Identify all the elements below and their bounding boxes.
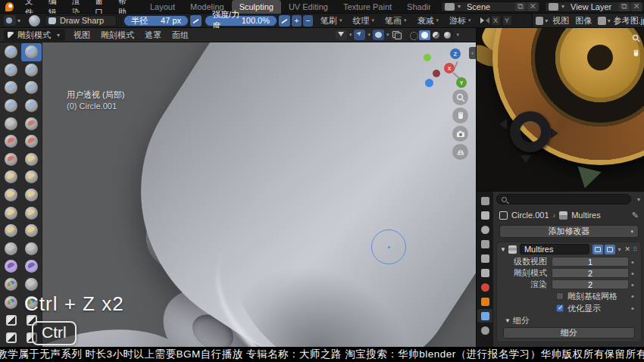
transform-gizmo-toggle[interactable] — [354, 30, 365, 40]
image-name[interactable]: 参考图.jpg — [612, 15, 644, 27]
properties-tab-world[interactable] — [477, 280, 492, 294]
viewport-menu-视图[interactable]: 视图 — [68, 30, 95, 41]
popover-笔刷[interactable]: 笔刷▾ — [317, 15, 345, 27]
shading-rendered-button[interactable] — [442, 30, 453, 40]
brush-blob[interactable] — [1, 97, 21, 115]
brush-flatten[interactable] — [21, 114, 42, 133]
filter-dropdown-icon[interactable]: ▾ — [637, 196, 640, 203]
camera-view-button[interactable] — [452, 126, 468, 142]
brush-mask[interactable] — [21, 257, 42, 276]
tab-texture-paint[interactable]: Texture Paint — [336, 0, 399, 14]
brush-fill[interactable] — [1, 133, 21, 151]
subdivide-button[interactable]: 细分 — [503, 327, 635, 339]
gizmo-axis-x[interactable]: X — [444, 63, 455, 73]
brush-thumb[interactable] — [21, 186, 42, 204]
checkbox-雕刻基础网格[interactable] — [556, 292, 564, 300]
brush-draw-sharp[interactable] — [21, 43, 42, 61]
properties-tab-physics[interactable] — [477, 323, 492, 337]
radius-slider[interactable]: 半径 47 px — [123, 15, 189, 27]
properties-tab-editor-type[interactable] — [477, 194, 492, 208]
image-editor-type-icon[interactable] — [536, 17, 543, 25]
image-datablock-icon[interactable] — [598, 17, 605, 25]
display-render-toggle[interactable] — [605, 245, 615, 254]
brush-layer[interactable] — [1, 79, 21, 97]
modifier-extras-dropdown[interactable]: ▾ — [618, 246, 621, 253]
animate-dot-icon[interactable]: • — [629, 292, 636, 301]
modifier-panel-header[interactable]: ▼ Multires ▾ ✕ ⠿ — [497, 242, 641, 256]
pin-icon[interactable]: ✎ — [632, 211, 639, 220]
gizmo-axis-z[interactable]: Z — [450, 48, 461, 59]
expand-arrow-icon[interactable]: ▼ — [500, 246, 506, 253]
shading-wireframe-button[interactable] — [408, 30, 419, 40]
brush-boundary[interactable] — [1, 240, 21, 258]
properties-tab-view-layer[interactable] — [477, 251, 492, 265]
brush-snake-hook[interactable] — [1, 186, 21, 204]
brush-clay-strips[interactable] — [21, 61, 42, 80]
drag-handle-icon[interactable]: ⠿ — [633, 246, 638, 253]
view-layer-selector[interactable]: ▾ View Layer ⧉ ✕ — [545, 2, 644, 12]
tab-layout[interactable]: Layout — [142, 0, 183, 14]
remove-view-layer-button[interactable]: ✕ — [631, 2, 642, 11]
properties-tab-tool[interactable] — [477, 208, 492, 222]
animate-dot-icon[interactable]: • — [629, 280, 636, 289]
zoom-button[interactable] — [452, 89, 468, 105]
brush-scrape[interactable] — [21, 133, 42, 151]
brush-elastic-deform[interactable] — [21, 168, 42, 186]
radius-pressure-toggle[interactable] — [190, 15, 202, 27]
checkbox-优化显示[interactable] — [556, 304, 564, 312]
modifier-name-field[interactable]: Multires — [520, 244, 589, 254]
show-overlays-toggle[interactable] — [373, 30, 384, 40]
properties-tab-render[interactable] — [477, 223, 492, 236]
brush-smooth[interactable] — [1, 114, 21, 133]
strength-pressure-toggle[interactable] — [279, 15, 290, 27]
navigation-gizmo[interactable]: Z X Y — [418, 45, 473, 92]
brush-slide-relax[interactable] — [21, 222, 42, 240]
brush-rotate[interactable] — [1, 222, 21, 240]
brush-draw-face-sets[interactable] — [1, 276, 21, 294]
brush-crease[interactable] — [21, 97, 42, 115]
properties-search-input[interactable] — [496, 194, 631, 204]
xray-toggle[interactable] — [391, 30, 402, 40]
brush-box-mask[interactable] — [1, 311, 21, 329]
tab-uv-editing[interactable]: UV Editing — [281, 0, 336, 14]
image-zoom-icon[interactable] — [632, 34, 640, 44]
3d-viewport[interactable]: 用户透视 (局部) (0) Circle.001 Z X Y ‹ Ctrl + — [0, 42, 476, 347]
unlink-scene-button[interactable]: ✕ — [527, 2, 538, 11]
properties-tab-object[interactable] — [477, 295, 492, 308]
show-gizmo-toggle[interactable] — [336, 30, 347, 40]
strength-slider[interactable]: 强度/力度 100.0% — [205, 15, 277, 27]
image-pan-hand-icon[interactable] — [632, 49, 640, 59]
gizmo-axis-z-neg[interactable] — [425, 79, 433, 87]
animate-dot-icon[interactable]: • — [629, 269, 636, 278]
modifier-row-value[interactable]: 2 — [552, 279, 629, 289]
image-view-menu[interactable]: 视图 — [549, 15, 572, 27]
scene-name[interactable]: Scene — [462, 2, 515, 11]
viewport-menu-面组[interactable]: 面组 — [167, 30, 194, 41]
properties-tab-output[interactable] — [477, 237, 492, 251]
new-scene-button[interactable]: ⧉ — [515, 2, 526, 11]
properties-tab-modifiers[interactable] — [477, 309, 492, 323]
image-image-menu[interactable]: 图像 — [572, 15, 595, 27]
brush-draw[interactable] — [1, 43, 21, 61]
animate-dot-icon[interactable]: • — [629, 304, 636, 313]
perspective-toggle-button[interactable] — [452, 144, 468, 160]
subdivision-subsection[interactable]: ▼ 细分 — [497, 314, 641, 326]
modifier-row-value[interactable]: 1 — [552, 257, 629, 267]
popover-笔画[interactable]: 笔画▾ — [382, 15, 410, 27]
brush-multi-plane-scrape[interactable] — [1, 151, 21, 169]
brush-box-face-set[interactable] — [1, 329, 21, 348]
viewport-menu-雕刻模式[interactable]: 雕刻模式 — [95, 30, 139, 41]
tab-shading[interactable]: Shading — [399, 0, 430, 14]
active-tool-dropdown-icon[interactable] — [4, 15, 16, 26]
brush-multires-displacement-eraser[interactable] — [21, 276, 42, 294]
brush-pinch[interactable] — [21, 151, 42, 169]
popover-纹理[interactable]: 纹理▾ — [350, 15, 378, 27]
mode-selector[interactable]: 雕刻模式 ▾ — [4, 30, 65, 41]
decrease-button[interactable]: − — [303, 15, 313, 27]
add-modifier-button[interactable]: 添加修改器 ▾ — [499, 225, 639, 238]
popover-游标[interactable]: 游标▾ — [446, 15, 474, 27]
brush-inflate[interactable] — [21, 79, 42, 97]
pan-button[interactable] — [452, 108, 468, 123]
brush-name-field[interactable]: Draw Sharp — [45, 15, 117, 27]
symmetry-x-toggle[interactable]: X — [491, 15, 501, 26]
